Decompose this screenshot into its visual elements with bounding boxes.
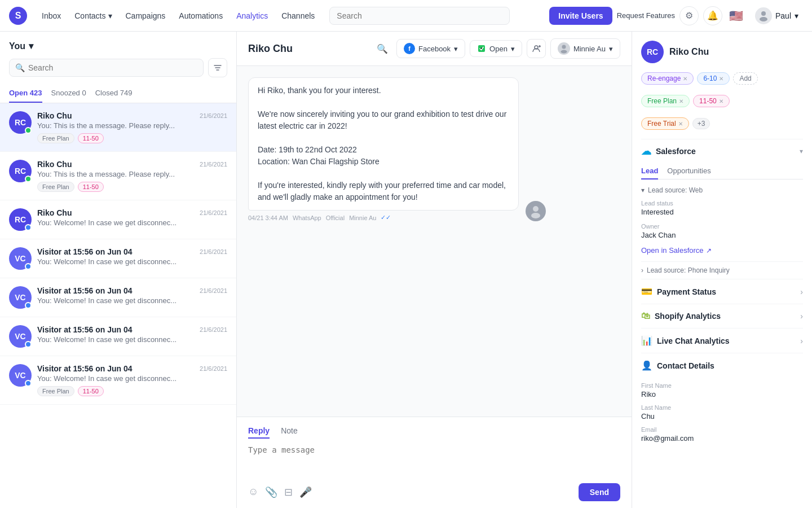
status-selector[interactable]: Open ▾: [470, 40, 522, 57]
tag-remove-icon[interactable]: ✕: [679, 98, 683, 104]
status-dot: [25, 341, 32, 348]
invite-users-button[interactable]: Invite Users: [549, 7, 612, 25]
conv-date: 21/6/2021: [200, 248, 227, 255]
tab-open[interactable]: Open 423: [9, 84, 42, 103]
nav-contacts[interactable]: Contacts ▾: [69, 8, 117, 24]
tag-chip-re-engage[interactable]: Re-engage ✕: [641, 72, 694, 85]
tag-remove-icon[interactable]: ✕: [719, 76, 723, 82]
you-dropdown[interactable]: You ▾: [9, 41, 227, 51]
last-name-field: Last Name Chu: [641, 404, 803, 421]
lead-source-web-header[interactable]: ▾ Lead source: Web: [641, 186, 803, 194]
left-panel-header: You ▾ 🔍 Open 423 Snoozed 0 Closed 749: [0, 32, 236, 103]
agent-selector[interactable]: Minnie Au ▾: [550, 38, 620, 59]
live-chat-header[interactable]: 📊 Live Chat Analytics ›: [641, 329, 803, 353]
payment-status-icon: 💳: [641, 286, 652, 297]
add-tag-button[interactable]: Add: [733, 72, 757, 85]
conversation-item[interactable]: VC Visitor at 15:56 on Jun 04 21/6/2021 …: [0, 239, 236, 278]
search-container: [329, 7, 510, 25]
main-layout: You ▾ 🔍 Open 423 Snoozed 0 Closed 749: [0, 32, 812, 508]
right-contact-avatar: RC: [641, 41, 664, 63]
emoji-icon[interactable]: ☺: [248, 486, 258, 498]
conv-search-input[interactable]: [28, 63, 197, 72]
status-chevron-icon: ▾: [511, 45, 515, 53]
notifications-icon-btn[interactable]: 🔔: [703, 6, 722, 25]
conv-preview: You: This is the a message. Please reply…: [37, 121, 227, 130]
conversation-item[interactable]: RC Riko Chu 21/6/2021 You: This is the a…: [0, 152, 236, 200]
right-contact-header: RC Riko Chu: [641, 41, 803, 63]
tag-chip-free-plan[interactable]: Free Plan ✕: [641, 95, 690, 107]
conv-body: Visitor at 15:56 on Jun 04 21/6/2021 You…: [37, 325, 227, 344]
attachment-icon[interactable]: 📎: [265, 486, 277, 498]
shopify-header[interactable]: 🛍 Shopify Analytics ›: [641, 304, 803, 328]
channel-selector[interactable]: f Facebook ▾: [396, 39, 465, 58]
conv-avatar: RC: [9, 160, 32, 182]
lead-status-value: Interested: [641, 208, 803, 216]
nav-analytics[interactable]: Analytics: [231, 8, 273, 24]
payment-status-chevron-icon: ›: [800, 287, 803, 296]
nav-inbox[interactable]: Inbox: [36, 8, 67, 24]
user-menu[interactable]: Paul ▾: [751, 5, 803, 27]
left-panel: You ▾ 🔍 Open 423 Snoozed 0 Closed 749: [0, 32, 237, 508]
settings-icon-btn[interactable]: ⚙: [679, 6, 699, 25]
conversation-item[interactable]: RC Riko Chu 21/6/2021 You: Welcome! In c…: [0, 200, 236, 239]
app-logo: S: [9, 7, 27, 25]
send-button[interactable]: Send: [579, 483, 620, 501]
reply-tab-note[interactable]: Note: [281, 424, 298, 439]
flag-icon[interactable]: 🇺🇸: [727, 6, 746, 25]
tag-chip-free-trial[interactable]: Free Trial ✕: [641, 117, 689, 130]
contact-details-header[interactable]: 👤 Contact Details: [641, 353, 803, 378]
conv-preview: You: Welcome! In case we get disconnec..…: [37, 374, 227, 383]
search-input[interactable]: [329, 7, 510, 25]
conv-name: Visitor at 15:56 on Jun 04: [37, 286, 133, 295]
sf-tab-opportunities[interactable]: Opportunities: [667, 163, 710, 179]
tag-11-50: 11-50: [78, 386, 104, 396]
tag-11-50: 11-50: [78, 133, 104, 143]
extra-tags-badge[interactable]: +3: [692, 118, 710, 129]
tab-closed[interactable]: Closed 749: [95, 84, 133, 103]
tab-snoozed[interactable]: Snoozed 0: [51, 84, 86, 103]
template-icon[interactable]: ⊟: [284, 486, 293, 498]
conversation-item[interactable]: VC Visitor at 15:56 on Jun 04 21/6/2021 …: [0, 278, 236, 317]
right-panel: RC Riko Chu Re-engage ✕ 6-10 ✕ Add Free …: [632, 32, 812, 508]
chat-search-button[interactable]: 🔍: [373, 39, 392, 58]
nav-automations[interactable]: Automations: [173, 8, 228, 24]
live-chat-chevron-icon: ›: [800, 336, 803, 345]
payment-status-header[interactable]: 💳 Payment Status ›: [641, 279, 803, 304]
audio-icon[interactable]: 🎤: [299, 486, 312, 498]
conv-name: Visitor at 15:56 on Jun 04: [37, 364, 133, 373]
lead-source-chevron-icon: ▾: [641, 186, 645, 194]
assign-button[interactable]: [527, 39, 546, 58]
lead-source-phone-header[interactable]: › Lead source: Phone Inquiry: [641, 261, 803, 279]
nav-campaigns[interactable]: Campaigns: [120, 8, 171, 24]
salesforce-section: ☁ Salesforce ▾ Lead Opportunities ▾ Lead…: [641, 139, 803, 279]
conv-date: 21/6/2021: [200, 161, 227, 168]
tag-remove-icon[interactable]: ✕: [683, 76, 687, 82]
tag-chip-11-50[interactable]: 11-50 ✕: [693, 95, 730, 107]
salesforce-title: Salesforce: [656, 147, 696, 156]
nav-channels[interactable]: Channels: [276, 8, 320, 24]
shopify-chevron-icon: ›: [800, 312, 803, 321]
conv-avatar: VC: [9, 325, 32, 348]
conv-date: 21/6/2021: [200, 209, 227, 216]
conv-preview: You: Welcome! In case we get disconnec..…: [37, 257, 227, 266]
reply-input[interactable]: [248, 443, 620, 477]
reply-tab-reply[interactable]: Reply: [248, 424, 270, 439]
channel-label: Facebook: [418, 45, 451, 53]
salesforce-header[interactable]: ☁ Salesforce ▾: [641, 139, 803, 163]
conversation-item[interactable]: RC Riko Chu 21/6/2021 You: This is the a…: [0, 103, 236, 152]
filter-button[interactable]: [208, 58, 227, 77]
tag-chip-6-10[interactable]: 6-10 ✕: [697, 72, 730, 85]
tag-remove-icon[interactable]: ✕: [719, 98, 723, 104]
conv-search-box[interactable]: 🔍: [9, 59, 204, 77]
sf-tab-lead[interactable]: Lead: [641, 163, 658, 179]
tag-11-50: 11-50: [78, 182, 104, 192]
open-in-salesforce-link[interactable]: Open in Salesforce ↗: [641, 246, 803, 255]
agent-chevron-icon: ▾: [609, 45, 613, 53]
status-dot: [25, 224, 32, 231]
conv-preview: You: Welcome! In case we get disconnec..…: [37, 335, 227, 344]
conversation-item[interactable]: VC Visitor at 15:56 on Jun 04 21/6/2021 …: [0, 317, 236, 356]
conversation-item[interactable]: VC Visitor at 15:56 on Jun 04 21/6/2021 …: [0, 356, 236, 405]
tag-remove-icon[interactable]: ✕: [678, 121, 683, 127]
request-features-link[interactable]: Request Features: [617, 11, 675, 20]
lead-source-phone-label: Lead source: Phone Inquiry: [647, 266, 730, 274]
